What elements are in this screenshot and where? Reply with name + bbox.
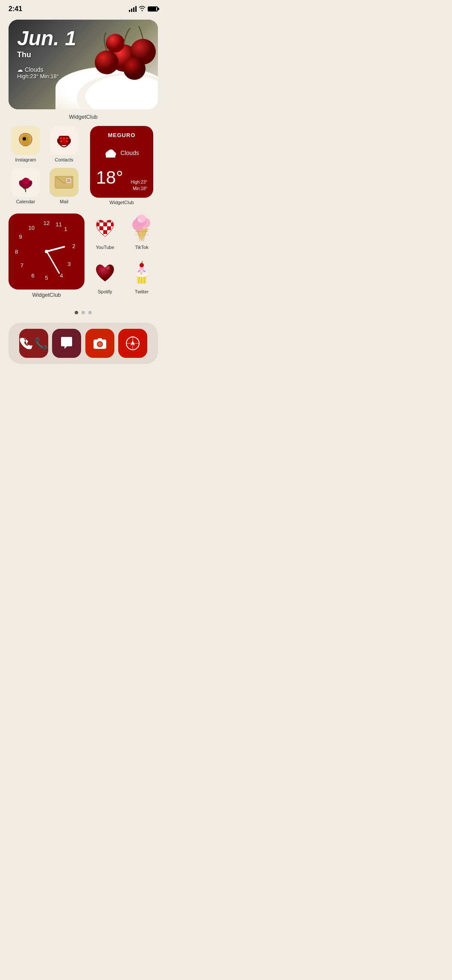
- clock-num-4: 4: [60, 272, 63, 279]
- svg-rect-70: [98, 338, 102, 340]
- weather-widget-small[interactable]: Meguro Clouds 18° High:23° Min:18° Widge…: [85, 126, 158, 205]
- calendar-label: Calendar: [16, 199, 35, 204]
- clock-section: 12 1 2 3 4 5 6 7 8 9 10 11 WidgetClub: [0, 209, 166, 302]
- clock-num-3: 3: [67, 260, 70, 267]
- svg-point-54: [106, 266, 110, 269]
- contacts-app[interactable]: Contacts: [47, 126, 81, 162]
- svg-rect-42: [107, 230, 111, 234]
- clock-widget-wrapper: 12 1 2 3 4 5 6 7 8 9 10 11 WidgetClub: [9, 214, 85, 298]
- weather-condition: Clouds: [96, 148, 147, 158]
- status-icons: [129, 6, 158, 12]
- page-dot-3: [88, 311, 92, 314]
- battery-icon: [148, 6, 158, 12]
- calendar-text: Jun. 1 Thu ☁ Clouds High:23° Min:18°: [17, 28, 76, 79]
- svg-rect-37: [107, 222, 111, 226]
- clock-widget[interactable]: 12 1 2 3 4 5 6 7 8 9 10 11: [9, 214, 85, 290]
- svg-point-14: [66, 137, 68, 139]
- apps-section-1: Instagram Contacts: [0, 122, 166, 209]
- svg-point-16: [66, 140, 68, 142]
- svg-point-24: [23, 178, 28, 183]
- weather-widget-box[interactable]: Meguro Clouds 18° High:23° Min:18°: [90, 126, 153, 198]
- svg-point-69: [98, 342, 102, 346]
- mail-app[interactable]: Mail: [47, 168, 81, 204]
- hour-hand: [46, 246, 65, 252]
- calendar-temp: High:23° Min:18°: [17, 73, 76, 79]
- minute-hand: [46, 251, 60, 274]
- svg-point-6: [106, 34, 125, 53]
- calendar-day: Thu: [17, 50, 76, 59]
- weather-city: Meguro: [96, 132, 147, 138]
- clock-widget-label: WidgetClub: [32, 292, 61, 298]
- svg-point-15: [60, 140, 62, 142]
- page-dot-2: [82, 311, 85, 314]
- cloud-emoji: ☁: [17, 66, 25, 73]
- svg-point-4: [95, 50, 119, 74]
- calendar-date: Jun. 1: [17, 28, 76, 49]
- calendar-weather-widget[interactable]: Jun. 1 Thu ☁ Clouds High:23° Min:18°: [9, 20, 158, 109]
- phone-dock-icon[interactable]: 📞: [19, 329, 48, 358]
- svg-point-52: [137, 214, 146, 223]
- spotify-icon[interactable]: [90, 258, 120, 287]
- dock: 📞: [9, 323, 158, 364]
- tiktok-icon[interactable]: [127, 214, 156, 243]
- svg-line-63: [142, 261, 143, 263]
- svg-point-13: [63, 137, 65, 139]
- instagram-label: Instagram: [15, 157, 36, 162]
- page-dots: [0, 302, 166, 319]
- time-display: 2:41: [9, 5, 22, 13]
- instagram-icon[interactable]: [11, 126, 40, 155]
- safari-dock-icon[interactable]: [118, 329, 147, 358]
- youtube-label: YouTube: [96, 245, 114, 250]
- contacts-label: Contacts: [55, 157, 73, 162]
- clock-num-1: 1: [64, 226, 67, 232]
- messages-dock-icon[interactable]: [52, 329, 81, 358]
- spotify-label: Spotify: [98, 289, 112, 294]
- tiktok-label: TikTok: [135, 245, 148, 250]
- svg-point-12: [60, 137, 62, 139]
- svg-point-8: [23, 138, 25, 140]
- camera-dock-icon[interactable]: [85, 329, 114, 358]
- calendar-app[interactable]: Calendar: [9, 168, 43, 204]
- svg-rect-36: [99, 222, 103, 226]
- wifi-icon: [139, 6, 146, 12]
- svg-point-62: [140, 263, 144, 267]
- calendar-weather-condition: ☁ Clouds: [17, 66, 76, 73]
- youtube-app[interactable]: YouTube: [89, 214, 121, 254]
- mail-icon[interactable]: [50, 168, 79, 197]
- svg-rect-20: [106, 154, 115, 158]
- svg-rect-39: [103, 226, 107, 230]
- status-bar: 2:41: [0, 0, 166, 15]
- svg-point-5: [123, 58, 146, 80]
- clock-num-6: 6: [31, 272, 34, 279]
- svg-point-53: [138, 219, 140, 222]
- weather-temp: 18°: [96, 167, 123, 188]
- clock-num-12: 12: [44, 219, 50, 226]
- page-dot-1: [75, 311, 78, 314]
- clock-face: 12 1 2 3 4 5 6 7 8 9 10 11: [12, 217, 81, 286]
- clock-num-7: 7: [20, 262, 23, 269]
- youtube-icon[interactable]: [90, 214, 120, 243]
- clock-num-9: 9: [19, 233, 22, 240]
- spotify-app[interactable]: Spotify: [89, 258, 121, 298]
- weather-widget-label: WidgetClub: [110, 200, 134, 205]
- contacts-icon[interactable]: [50, 126, 79, 155]
- signal-icon: [129, 6, 137, 12]
- twitter-app[interactable]: Twitter: [125, 258, 158, 298]
- clock-num-11: 11: [56, 221, 62, 228]
- calendar-widget-label: WidgetClub: [0, 114, 166, 120]
- clock-num-5: 5: [45, 274, 48, 281]
- tiktok-app[interactable]: TikTok: [125, 214, 158, 254]
- clock-num-10: 10: [29, 225, 35, 231]
- instagram-app[interactable]: Instagram: [9, 126, 43, 162]
- clock-num-8: 8: [15, 249, 18, 255]
- weather-high-low: High:23° Min:18°: [131, 179, 147, 192]
- twitter-icon[interactable]: [127, 258, 156, 287]
- mail-label: Mail: [60, 199, 68, 204]
- calendar-icon[interactable]: [11, 168, 40, 197]
- right-apps-grid: YouTube: [89, 214, 158, 298]
- svg-rect-31: [67, 179, 70, 182]
- clock-num-2: 2: [72, 243, 75, 249]
- twitter-label: Twitter: [135, 289, 149, 294]
- clock-center-dot: [45, 250, 48, 253]
